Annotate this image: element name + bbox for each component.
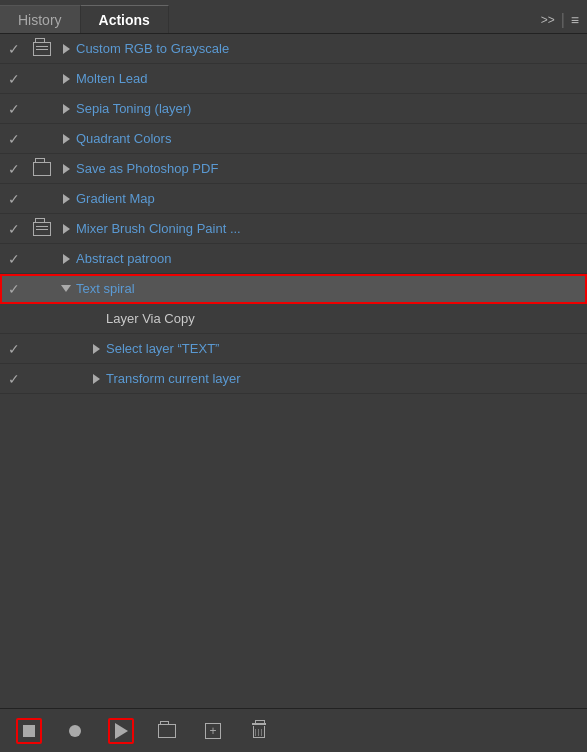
action-row[interactable]: ✓Mixer Brush Cloning Paint ... (0, 214, 587, 244)
delete-icon (252, 723, 266, 738)
check-col: ✓ (0, 131, 28, 147)
new-action-button[interactable] (200, 718, 226, 744)
checkmark-icon: ✓ (8, 221, 20, 237)
action-label: Gradient Map (76, 191, 587, 206)
checkmark-icon: ✓ (8, 371, 20, 387)
folder-lines-icon (33, 42, 51, 56)
new-set-icon (158, 724, 176, 738)
tab-history-label: History (18, 12, 62, 28)
check-col: ✓ (0, 281, 28, 297)
tab-separator: | (561, 11, 565, 29)
checkmark-icon: ✓ (8, 281, 20, 297)
expand-down-icon (61, 285, 71, 292)
action-row[interactable]: ✓Transform current layer (0, 364, 587, 394)
action-row[interactable]: ✓Select layer “TEXT” (0, 334, 587, 364)
check-col: ✓ (0, 371, 28, 387)
play-icon (115, 723, 128, 739)
action-label: Quadrant Colors (76, 131, 587, 146)
expand-right-icon (63, 194, 70, 204)
expand-col[interactable] (56, 74, 76, 84)
action-row[interactable]: ✓Gradient Map (0, 184, 587, 214)
folder-icon (33, 162, 51, 176)
more-tabs-button[interactable]: >> (541, 13, 555, 27)
action-icon-col (28, 222, 56, 236)
tab-actions[interactable]: Actions (81, 5, 169, 33)
expand-col[interactable] (56, 44, 76, 54)
new-action-icon (205, 723, 221, 739)
action-label: Molten Lead (76, 71, 587, 86)
stop-button[interactable] (16, 718, 42, 744)
expand-col[interactable] (56, 285, 76, 292)
action-label: Custom RGB to Grayscale (76, 41, 587, 56)
expand-right-icon (63, 254, 70, 264)
check-col: ✓ (0, 221, 28, 237)
expand-right-icon (63, 224, 70, 234)
checkmark-icon: ✓ (8, 191, 20, 207)
expand-right-icon (63, 134, 70, 144)
tab-bar: History Actions >> | ≡ (0, 0, 587, 34)
expand-right-icon (63, 74, 70, 84)
action-label: Sepia Toning (layer) (76, 101, 587, 116)
expand-right-icon (63, 44, 70, 54)
action-row[interactable]: ✓Save as Photoshop PDF (0, 154, 587, 184)
new-set-button[interactable] (154, 718, 180, 744)
check-col: ✓ (0, 101, 28, 117)
checkmark-icon: ✓ (8, 341, 20, 357)
expand-right-icon (93, 374, 100, 384)
action-row[interactable]: Layer Via Copy (0, 304, 587, 334)
check-col: ✓ (0, 41, 28, 57)
expand-col[interactable] (56, 164, 76, 174)
checkmark-icon: ✓ (8, 71, 20, 87)
delete-button[interactable] (246, 718, 272, 744)
expand-right-icon (63, 164, 70, 174)
check-col: ✓ (0, 191, 28, 207)
checkmark-icon: ✓ (8, 41, 20, 57)
record-button[interactable] (62, 718, 88, 744)
tab-history[interactable]: History (0, 5, 81, 33)
expand-col[interactable] (56, 224, 76, 234)
action-row[interactable]: ✓Quadrant Colors (0, 124, 587, 154)
expand-right-icon (93, 344, 100, 354)
folder-lines-icon (33, 222, 51, 236)
action-label: Mixer Brush Cloning Paint ... (76, 221, 587, 236)
action-icon-col (28, 162, 56, 176)
tabs-right-controls: >> | ≡ (541, 6, 587, 33)
action-label: Select layer “TEXT” (106, 341, 587, 356)
checkmark-icon: ✓ (8, 131, 20, 147)
record-icon (69, 725, 81, 737)
expand-col[interactable] (56, 134, 76, 144)
action-row[interactable]: ✓Text spiral (0, 274, 587, 304)
checkmark-icon: ✓ (8, 101, 20, 117)
expand-col[interactable] (56, 104, 76, 114)
action-label: Abstract patroon (76, 251, 587, 266)
action-label: Layer Via Copy (106, 311, 587, 326)
expand-col[interactable] (86, 344, 106, 354)
expand-col[interactable] (86, 374, 106, 384)
expand-col[interactable] (56, 254, 76, 264)
action-row[interactable]: ✓Molten Lead (0, 64, 587, 94)
expand-right-icon (63, 104, 70, 114)
play-button[interactable] (108, 718, 134, 744)
checkmark-icon: ✓ (8, 161, 20, 177)
check-col: ✓ (0, 71, 28, 87)
tab-actions-label: Actions (99, 12, 150, 28)
checkmark-icon: ✓ (8, 251, 20, 267)
bottom-toolbar (0, 708, 587, 752)
action-label: Transform current layer (106, 371, 587, 386)
check-col: ✓ (0, 251, 28, 267)
action-label: Text spiral (76, 281, 587, 296)
action-label: Save as Photoshop PDF (76, 161, 587, 176)
action-row[interactable]: ✓Abstract patroon (0, 244, 587, 274)
action-row[interactable]: ✓Sepia Toning (layer) (0, 94, 587, 124)
check-col: ✓ (0, 341, 28, 357)
check-col: ✓ (0, 161, 28, 177)
action-row[interactable]: ✓Custom RGB to Grayscale (0, 34, 587, 64)
stop-icon (23, 725, 35, 737)
action-icon-col (28, 42, 56, 56)
panel: History Actions >> | ≡ ✓Custom RGB to Gr… (0, 0, 587, 752)
action-list: ✓Custom RGB to Grayscale✓Molten Lead✓Sep… (0, 34, 587, 708)
expand-col[interactable] (56, 194, 76, 204)
panel-menu-button[interactable]: ≡ (571, 12, 579, 28)
